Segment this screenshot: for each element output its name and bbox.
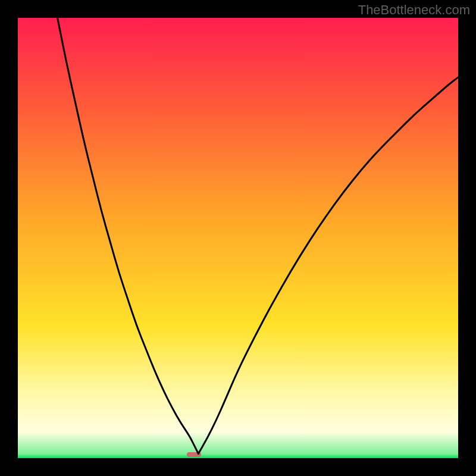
plot-area: [18, 18, 458, 458]
bottleneck-curve: [18, 18, 458, 458]
outer-frame: TheBottleneck.com: [0, 0, 476, 476]
watermark: TheBottleneck.com: [358, 2, 470, 18]
